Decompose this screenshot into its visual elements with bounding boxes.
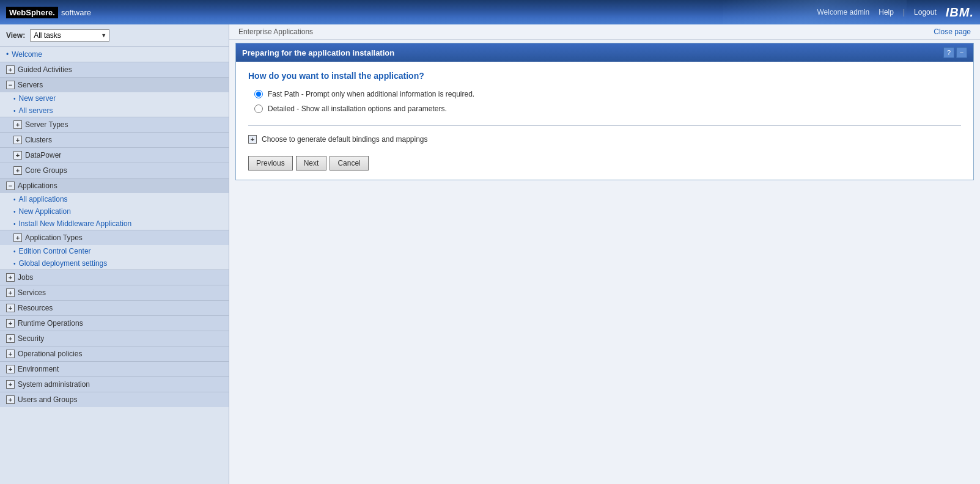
divider xyxy=(248,125,961,126)
main-panel: Preparing for the application installati… xyxy=(235,43,974,180)
resources-label: Resources xyxy=(18,304,53,312)
content-area: Enterprise Applications Close page Prepa… xyxy=(229,24,980,484)
sidebar-section-services[interactable]: + Services xyxy=(0,285,229,300)
sidebar-item-install-middleware[interactable]: Install New Middleware Application xyxy=(0,218,229,230)
datapower-label: DataPower xyxy=(25,151,61,160)
expand-icon-sys-admin: + xyxy=(6,380,15,389)
installation-options: Fast Path - Prompt only when additional … xyxy=(254,90,961,113)
sidebar-section-security[interactable]: + Security xyxy=(0,331,229,346)
fast-path-label: Fast Path - Prompt only when additional … xyxy=(268,90,474,98)
all-servers-label: All servers xyxy=(19,106,53,115)
bindings-row: + Choose to generate default bindings an… xyxy=(248,135,961,144)
sidebar-section-applications[interactable]: − Applications xyxy=(0,178,229,193)
panel-header-buttons: ? − xyxy=(943,47,967,58)
expand-icon-server-types: + xyxy=(13,120,22,129)
applications-label: Applications xyxy=(18,182,57,190)
sidebar-section-core-groups[interactable]: + Core Groups xyxy=(0,163,229,178)
sidebar-section-servers[interactable]: − Servers xyxy=(0,77,229,92)
header: WebSphere. software Welcome admin Help |… xyxy=(0,0,980,24)
view-select-wrapper[interactable]: All tasks xyxy=(30,29,109,42)
header-wave xyxy=(723,0,907,24)
sidebar-section-datapower[interactable]: + DataPower xyxy=(0,147,229,163)
install-question-title: How do you want to install the applicati… xyxy=(248,71,961,81)
environment-label: Environment xyxy=(18,365,59,373)
sys-admin-label: System administration xyxy=(18,380,90,389)
expand-icon-users-groups: + xyxy=(6,395,15,404)
all-applications-label: All applications xyxy=(19,195,68,204)
expand-icon-security: + xyxy=(6,334,15,343)
server-types-label: Server Types xyxy=(25,120,68,129)
next-button[interactable]: Next xyxy=(296,156,327,170)
expand-icon-op-policies: + xyxy=(6,350,15,358)
sidebar-section-server-types[interactable]: + Server Types xyxy=(0,117,229,132)
websphere-logo: WebSphere. xyxy=(6,7,58,18)
breadcrumb: Enterprise Applications xyxy=(238,28,313,36)
application-types-label: Application Types xyxy=(25,233,83,242)
sidebar-section-application-types[interactable]: + Application Types xyxy=(0,230,229,245)
guided-activities-label: Guided Activities xyxy=(18,65,72,74)
expand-icon-guided: + xyxy=(6,65,15,74)
sidebar-section-runtime-ops[interactable]: + Runtime Operations xyxy=(0,315,229,331)
welcome-link-text: Welcome xyxy=(12,50,42,59)
sidebar-section-guided-activities[interactable]: + Guided Activities xyxy=(0,62,229,77)
sidebar-section-jobs[interactable]: + Jobs xyxy=(0,270,229,285)
detailed-option[interactable]: Detailed - Show all installation options… xyxy=(254,105,961,113)
sidebar-section-operational-policies[interactable]: + Operational policies xyxy=(0,346,229,361)
bindings-expand-icon[interactable]: + xyxy=(248,135,257,144)
runtime-ops-label: Runtime Operations xyxy=(18,319,83,328)
sidebar-section-resources[interactable]: + Resources xyxy=(0,300,229,315)
security-label: Security xyxy=(18,334,44,343)
servers-label: Servers xyxy=(18,81,43,89)
new-application-label: New Application xyxy=(19,207,71,216)
sidebar-item-global-deployment[interactable]: Global deployment settings xyxy=(0,257,229,270)
panel-help-button[interactable]: ? xyxy=(943,47,954,58)
panel-minimize-button[interactable]: − xyxy=(956,47,967,58)
sidebar-item-all-applications[interactable]: All applications xyxy=(0,193,229,205)
sidebar-section-environment[interactable]: + Environment xyxy=(0,361,229,376)
expand-icon-services: + xyxy=(6,288,15,297)
panel-header: Preparing for the application installati… xyxy=(236,43,973,62)
websphere-brand-text: WebSphere. xyxy=(9,8,55,17)
logout-link[interactable]: Logout xyxy=(914,8,937,16)
detailed-radio[interactable] xyxy=(254,105,263,113)
view-select[interactable]: All tasks xyxy=(30,29,109,42)
install-middleware-label: Install New Middleware Application xyxy=(19,219,132,228)
sidebar-section-users-groups[interactable]: + Users and Groups xyxy=(0,392,229,407)
core-groups-label: Core Groups xyxy=(25,166,67,175)
new-server-label: New server xyxy=(19,94,56,103)
expand-icon-resources: + xyxy=(6,304,15,312)
bindings-label: Choose to generate default bindings and … xyxy=(262,135,428,144)
op-policies-label: Operational policies xyxy=(18,350,82,358)
expand-icon-environment: + xyxy=(6,365,15,373)
button-row: Previous Next Cancel xyxy=(248,156,961,170)
expand-icon-clusters: + xyxy=(13,136,22,144)
view-label: View: xyxy=(6,31,25,40)
sidebar-section-sys-admin[interactable]: + System administration xyxy=(0,376,229,392)
expand-icon-datapower: + xyxy=(13,151,22,160)
expand-icon-jobs: + xyxy=(6,273,15,282)
expand-icon-applications: − xyxy=(6,182,15,190)
global-deployment-label: Global deployment settings xyxy=(19,259,108,268)
sidebar-item-edition-control[interactable]: Edition Control Center xyxy=(0,245,229,257)
expand-icon-app-types: + xyxy=(13,233,22,242)
ibm-logo: IBM. xyxy=(946,6,974,20)
fast-path-option[interactable]: Fast Path - Prompt only when additional … xyxy=(254,90,961,98)
users-groups-label: Users and Groups xyxy=(18,395,77,404)
sidebar-item-new-application[interactable]: New Application xyxy=(0,205,229,218)
panel-content: How do you want to install the applicati… xyxy=(236,62,973,180)
expand-icon-core-groups: + xyxy=(13,166,22,175)
expand-icon-runtime-ops: + xyxy=(6,319,15,328)
breadcrumb-bar: Enterprise Applications Close page xyxy=(229,24,980,40)
cancel-button[interactable]: Cancel xyxy=(330,156,368,170)
detailed-label: Detailed - Show all installation options… xyxy=(268,105,447,113)
fast-path-radio[interactable] xyxy=(254,90,263,98)
previous-button[interactable]: Previous xyxy=(248,156,293,170)
view-selector: View: All tasks xyxy=(0,24,229,47)
sidebar-item-welcome[interactable]: Welcome xyxy=(0,47,229,62)
sidebar-item-all-servers[interactable]: All servers xyxy=(0,105,229,117)
expand-icon-servers: − xyxy=(6,81,15,89)
close-page-link[interactable]: Close page xyxy=(934,28,971,36)
sidebar-item-new-server[interactable]: New server xyxy=(0,92,229,105)
sidebar-section-clusters[interactable]: + Clusters xyxy=(0,132,229,147)
sidebar: View: All tasks Welcome + Guided Activit… xyxy=(0,24,229,484)
